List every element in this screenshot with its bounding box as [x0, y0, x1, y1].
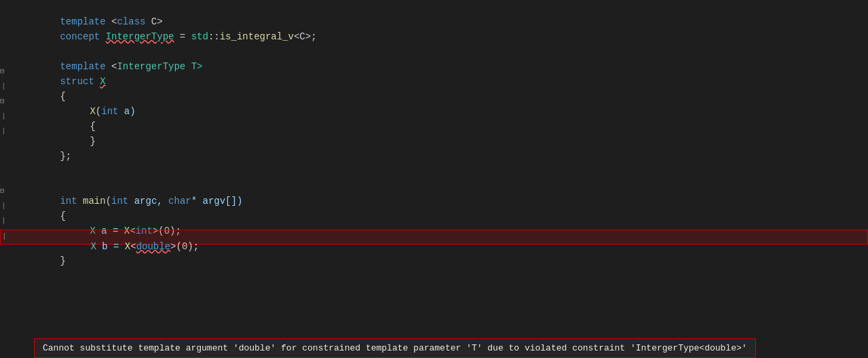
code-line-15: | X a = X<int>(0);	[0, 215, 868, 230]
line-gutter-5: ⊟	[0, 67, 20, 75]
code-line-6: | {	[0, 80, 868, 95]
line-gutter-16: |	[1, 232, 21, 240]
error-message: Cannot substitute template argument 'dou…	[43, 343, 747, 353]
error-tooltip: Cannot substitute template argument 'dou…	[34, 338, 756, 358]
line-content-17: }	[20, 245, 868, 277]
code-line-13: ⊟ int main(int argc, char* argv[])	[0, 185, 868, 200]
code-line-16: | X b = X<double>(0);	[0, 230, 868, 245]
code-line-1: template <class C>	[0, 5, 868, 20]
line-gutter-9: |	[0, 127, 20, 135]
code-line-10: };	[0, 140, 868, 155]
code-line-4: template <IntergerType T>	[0, 50, 868, 65]
code-line-14: | {	[0, 200, 868, 215]
line-gutter-7: ⊟	[0, 96, 20, 105]
line-content-10: };	[20, 140, 868, 173]
fold-icon-5[interactable]: ⊟	[0, 67, 5, 75]
line-content-2: concept IntergerType = std::is_integral_…	[20, 20, 868, 53]
line-gutter-13: ⊟	[0, 186, 20, 195]
code-line-2: concept IntergerType = std::is_integral_…	[0, 20, 868, 35]
code-line-17: }	[0, 245, 868, 259]
code-editor: template <class C> concept IntergerType …	[0, 0, 868, 358]
line-gutter-8: |	[0, 112, 20, 120]
code-line-7: ⊟ X(int a)	[0, 95, 868, 110]
line-gutter-14: |	[0, 202, 20, 210]
code-line-5: ⊟ struct X	[0, 65, 868, 80]
line-gutter-15: |	[0, 217, 20, 225]
fold-icon-13[interactable]: ⊟	[0, 186, 5, 195]
code-line-8: | {	[0, 110, 868, 125]
code-line-9: | }	[0, 125, 868, 140]
line-gutter-6: |	[0, 82, 20, 90]
fold-icon-7[interactable]: ⊟	[0, 96, 5, 105]
